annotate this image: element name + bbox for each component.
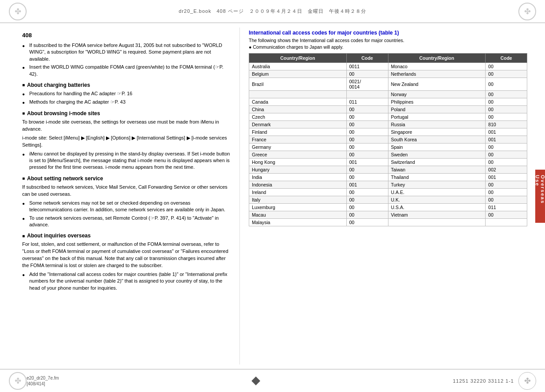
table-cell: 00 [486,63,527,70]
left-panel: 408 ● If subscribed to the FOMA service … [0,23,239,369]
table-cell: Belgium [249,70,347,78]
table-cell: U.S.A. [388,204,486,211]
table-row: France00South Korea001 [249,136,527,144]
side-tab: Overseas Use [535,170,545,223]
section2-text1: iMenu cannot be displayed by pressing in… [29,151,231,171]
section3-dot1: ● [22,201,27,207]
section4-para1: For lost, stolen, and cost settlement, o… [22,241,231,269]
section1-heading: About charging batteries [22,82,231,88]
table-cell: 00 [346,136,388,144]
table-cell: Luxemburg [249,204,347,211]
table-cell: 0021/ 0014 [346,78,388,91]
table-cell: Netherlands [388,70,486,78]
table-cell: 001 [346,159,388,166]
table-row: Italy00U.K.00 [249,196,527,204]
table-cell: 00 [346,151,388,159]
footer-pages: [408/414] [27,381,59,386]
table-row: Ireland00U.A.E.00 [249,189,527,196]
table-row: Belgium00Netherlands00 [249,70,527,78]
table-cell: 00 [346,204,388,211]
table-title: International call access codes for majo… [249,30,527,36]
table-row: Finland00Singapore001 [249,128,527,136]
table-cell: 00 [346,196,388,204]
table-cell: Italy [249,196,347,204]
table-row: Brazil0021/ 0014New Zealand00 [249,78,527,91]
table-cell: South Korea [388,136,486,144]
table-cell: Taiwan [388,166,486,174]
table-row: Macau00Vietnam00 [249,211,527,219]
table-cell: Indonesia [249,181,347,189]
section1-bullet1: ● Precautions for handling the AC adapte… [22,90,231,97]
table-row: Czech00Portugal00 [249,113,527,121]
top-bar: ✤ dr20_E.book 408 ページ ２００９年４月２４日 金曜日 午後４… [0,0,545,23]
corner-decoration-tl: ✤ [9,3,27,20]
table-cell: Philippines [388,98,486,106]
col-header-country1: Country/Region [249,54,347,63]
table-row: Malaysia00 [249,219,527,226]
header-text: dr20_E.book 408 ページ ２００９年４月２４日 金曜日 午後４時２… [27,8,518,15]
table-cell: Monaco [388,63,486,70]
table-cell: Malaysia [249,219,347,226]
table-cell: Brazil [249,78,347,91]
table-cell: Greece [249,151,347,159]
table-row: Greece00Sweden00 [249,151,527,159]
table-cell: 00 [346,144,388,151]
diamond-icon [251,376,260,385]
table-cell: Macau [249,211,347,219]
corner-decoration-tr: ✤ [518,3,536,20]
table-cell: Australia [249,63,347,70]
table-cell: Turkey [388,181,486,189]
section1-dot2: ● [22,100,27,106]
table-cell: Poland [388,106,486,113]
table-cell [249,91,347,98]
table-cell: Denmark [249,121,347,128]
table-cell: Hungary [249,166,347,174]
table-cell: Ireland [249,189,347,196]
table-cell: 00 [486,91,527,98]
bullet-text-2: Insert the WORLD WING compatible FOMA ca… [29,64,231,78]
international-codes-table: Country/Region Code Country/Region Code … [249,53,527,226]
table-cell: 00 [486,211,527,219]
table-cell: France [249,136,347,144]
section3-dot2: ● [22,216,27,222]
table-cell: 00 [346,128,388,136]
table-row: Canada011Philippines00 [249,98,527,106]
table-cell: 00 [486,98,527,106]
right-panel: International call access codes for majo… [240,23,545,369]
table-cell: Germany [249,144,347,151]
bottom-bar: ✤ e20_dr20_7e.fm [408/414] 11251 32220 3… [0,369,545,392]
table-cell: Canada [249,98,347,106]
table-cell: 001 [486,174,527,181]
table-cell: 00 [346,219,388,226]
section1-text2: Methods for charging the AC adapter ☞P. … [29,99,125,105]
section3-bullet1: ● Some network services may not be set o… [22,200,231,213]
bullet-item-2: ● Insert the WORLD WING compatible FOMA … [22,64,231,78]
table-cell: 00 [486,113,527,121]
table-row: Denmark00Russia810 [249,121,527,128]
table-cell: 00 [486,189,527,196]
table-cell: 00 [346,113,388,121]
table-cell: U.A.E. [388,189,486,196]
section2-para1: To browse i-mode site overseas, the sett… [22,119,231,133]
section3-heading: About setting network service [22,175,231,182]
section3-para1: If subscribed to network services, Voice… [22,184,231,198]
main-content: 408 ● If subscribed to the FOMA service … [0,23,545,369]
table-cell: 00 [346,189,388,196]
table-cell: Sweden [388,151,486,159]
table-cell: 00 [486,196,527,204]
table-cell: Switzerland [388,159,486,166]
bullet-dot-2: ● [22,65,27,71]
table-cell: 001 [486,128,527,136]
table-cell: 00 [346,211,388,219]
section1-text1: Precautions for handling the AC adapter … [29,90,132,97]
table-cell: Vietnam [388,211,486,219]
table-row: Hungary00Taiwan002 [249,166,527,174]
table-cell: Spain [388,144,486,151]
table-cell: 00 [486,144,527,151]
table-cell: 00 [486,70,527,78]
corner-decoration-bl: ✤ [9,372,27,390]
table-row: Indonesia001Turkey00 [249,181,527,189]
section3-bullet2: ● To use network services overseas, set … [22,215,231,229]
bullet-text-1: If subscribed to the FOMA service before… [29,42,231,62]
table-cell: 00 [486,106,527,113]
